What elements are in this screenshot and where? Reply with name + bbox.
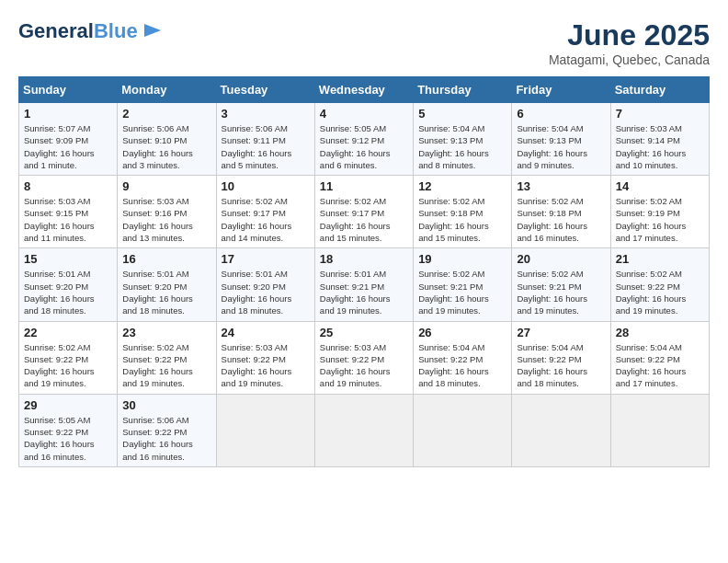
day-number: 10 xyxy=(222,179,310,193)
weekday-header-sunday: Sunday xyxy=(19,77,118,103)
weekday-header-saturday: Saturday xyxy=(610,77,709,103)
calendar-cell: 7Sunrise: 5:03 AMSunset: 9:14 PMDaylight… xyxy=(610,103,709,176)
day-number: 11 xyxy=(320,179,408,193)
day-number: 19 xyxy=(418,252,506,266)
day-number: 18 xyxy=(320,252,408,266)
calendar-cell: 14Sunrise: 5:02 AMSunset: 9:19 PMDayligh… xyxy=(610,176,709,248)
day-number: 17 xyxy=(222,252,310,266)
weekday-header-thursday: Thursday xyxy=(414,77,512,103)
day-info: Sunrise: 5:04 AMSunset: 9:22 PMDaylight:… xyxy=(616,341,704,390)
page-header: GeneralBlue June 2025 Matagami, Quebec, … xyxy=(18,18,710,67)
calendar-cell: 17Sunrise: 5:01 AMSunset: 9:20 PMDayligh… xyxy=(216,248,314,321)
calendar-cell xyxy=(610,394,709,466)
day-info: Sunrise: 5:06 AMSunset: 9:10 PMDaylight:… xyxy=(122,122,210,171)
calendar-cell: 20Sunrise: 5:02 AMSunset: 9:21 PMDayligh… xyxy=(512,248,610,321)
day-info: Sunrise: 5:02 AMSunset: 9:22 PMDaylight:… xyxy=(616,268,704,316)
day-number: 15 xyxy=(24,252,112,266)
day-info: Sunrise: 5:02 AMSunset: 9:18 PMDaylight:… xyxy=(418,195,506,244)
day-info: Sunrise: 5:05 AMSunset: 9:22 PMDaylight:… xyxy=(24,414,112,463)
day-number: 13 xyxy=(517,179,605,193)
day-number: 12 xyxy=(418,179,506,193)
day-number: 22 xyxy=(24,326,112,339)
day-number: 5 xyxy=(418,107,506,121)
day-number: 21 xyxy=(616,252,704,266)
title-block: June 2025 Matagami, Quebec, Canada xyxy=(549,18,710,67)
day-number: 30 xyxy=(122,398,210,412)
day-info: Sunrise: 5:06 AMSunset: 9:22 PMDaylight:… xyxy=(122,414,210,463)
day-info: Sunrise: 5:03 AMSunset: 9:15 PMDaylight:… xyxy=(24,195,112,244)
day-info: Sunrise: 5:02 AMSunset: 9:17 PMDaylight:… xyxy=(320,195,408,244)
calendar-table: SundayMondayTuesdayWednesdayThursdayFrid… xyxy=(18,76,710,467)
day-info: Sunrise: 5:02 AMSunset: 9:21 PMDaylight:… xyxy=(517,268,605,316)
calendar-cell: 25Sunrise: 5:03 AMSunset: 9:22 PMDayligh… xyxy=(314,321,413,394)
day-number: 27 xyxy=(517,326,605,339)
day-info: Sunrise: 5:04 AMSunset: 9:13 PMDaylight:… xyxy=(418,122,506,171)
day-info: Sunrise: 5:04 AMSunset: 9:22 PMDaylight:… xyxy=(517,341,605,390)
day-info: Sunrise: 5:03 AMSunset: 9:22 PMDaylight:… xyxy=(222,341,310,390)
calendar-cell: 5Sunrise: 5:04 AMSunset: 9:13 PMDaylight… xyxy=(414,103,512,176)
day-number: 26 xyxy=(418,326,506,339)
calendar-cell: 19Sunrise: 5:02 AMSunset: 9:21 PMDayligh… xyxy=(414,248,512,321)
calendar-cell: 24Sunrise: 5:03 AMSunset: 9:22 PMDayligh… xyxy=(216,321,314,394)
calendar-cell: 30Sunrise: 5:06 AMSunset: 9:22 PMDayligh… xyxy=(118,394,216,466)
calendar-week-row: 29Sunrise: 5:05 AMSunset: 9:22 PMDayligh… xyxy=(19,394,710,466)
day-number: 24 xyxy=(222,326,310,339)
logo-icon xyxy=(142,20,163,40)
weekday-header-wednesday: Wednesday xyxy=(314,77,413,103)
day-number: 1 xyxy=(24,107,112,121)
calendar-cell xyxy=(414,394,512,466)
day-info: Sunrise: 5:06 AMSunset: 9:11 PMDaylight:… xyxy=(222,122,310,171)
calendar-cell: 22Sunrise: 5:02 AMSunset: 9:22 PMDayligh… xyxy=(19,321,118,394)
day-number: 9 xyxy=(122,179,210,193)
day-number: 20 xyxy=(517,252,605,266)
day-number: 8 xyxy=(24,179,112,193)
day-info: Sunrise: 5:02 AMSunset: 9:21 PMDaylight:… xyxy=(418,268,506,316)
day-number: 7 xyxy=(616,107,704,121)
day-number: 16 xyxy=(122,252,210,266)
day-number: 6 xyxy=(517,107,605,121)
day-info: Sunrise: 5:02 AMSunset: 9:17 PMDaylight:… xyxy=(222,195,310,244)
day-info: Sunrise: 5:02 AMSunset: 9:22 PMDaylight:… xyxy=(122,341,210,390)
calendar-cell xyxy=(314,394,413,466)
calendar-cell: 13Sunrise: 5:02 AMSunset: 9:18 PMDayligh… xyxy=(512,176,610,248)
calendar-week-row: 15Sunrise: 5:01 AMSunset: 9:20 PMDayligh… xyxy=(19,248,710,321)
calendar-cell: 27Sunrise: 5:04 AMSunset: 9:22 PMDayligh… xyxy=(512,321,610,394)
day-info: Sunrise: 5:04 AMSunset: 9:22 PMDaylight:… xyxy=(418,341,506,390)
day-number: 28 xyxy=(616,326,704,339)
day-info: Sunrise: 5:02 AMSunset: 9:18 PMDaylight:… xyxy=(517,195,605,244)
calendar-cell: 29Sunrise: 5:05 AMSunset: 9:22 PMDayligh… xyxy=(19,394,118,466)
day-info: Sunrise: 5:05 AMSunset: 9:12 PMDaylight:… xyxy=(320,122,408,171)
day-info: Sunrise: 5:03 AMSunset: 9:14 PMDaylight:… xyxy=(616,122,704,171)
calendar-cell: 15Sunrise: 5:01 AMSunset: 9:20 PMDayligh… xyxy=(19,248,118,321)
svg-marker-0 xyxy=(144,24,161,37)
calendar-cell: 11Sunrise: 5:02 AMSunset: 9:17 PMDayligh… xyxy=(314,176,413,248)
calendar-cell xyxy=(512,394,610,466)
calendar-cell: 16Sunrise: 5:01 AMSunset: 9:20 PMDayligh… xyxy=(118,248,216,321)
calendar-cell: 26Sunrise: 5:04 AMSunset: 9:22 PMDayligh… xyxy=(414,321,512,394)
day-info: Sunrise: 5:01 AMSunset: 9:20 PMDaylight:… xyxy=(122,268,210,316)
calendar-cell: 18Sunrise: 5:01 AMSunset: 9:21 PMDayligh… xyxy=(314,248,413,321)
calendar-cell: 9Sunrise: 5:03 AMSunset: 9:16 PMDaylight… xyxy=(118,176,216,248)
day-info: Sunrise: 5:02 AMSunset: 9:19 PMDaylight:… xyxy=(616,195,704,244)
day-number: 25 xyxy=(320,326,408,339)
calendar-week-row: 1Sunrise: 5:07 AMSunset: 9:09 PMDaylight… xyxy=(19,103,710,176)
calendar-header-row: SundayMondayTuesdayWednesdayThursdayFrid… xyxy=(19,77,710,103)
calendar-week-row: 8Sunrise: 5:03 AMSunset: 9:15 PMDaylight… xyxy=(19,176,710,248)
day-number: 2 xyxy=(122,107,210,121)
weekday-header-friday: Friday xyxy=(512,77,610,103)
day-info: Sunrise: 5:01 AMSunset: 9:20 PMDaylight:… xyxy=(222,268,310,316)
logo: GeneralBlue xyxy=(18,18,163,44)
month-title: June 2025 xyxy=(549,18,710,52)
day-number: 23 xyxy=(122,326,210,339)
day-number: 14 xyxy=(616,179,704,193)
calendar-cell: 4Sunrise: 5:05 AMSunset: 9:12 PMDaylight… xyxy=(314,103,413,176)
calendar-cell: 12Sunrise: 5:02 AMSunset: 9:18 PMDayligh… xyxy=(414,176,512,248)
day-info: Sunrise: 5:02 AMSunset: 9:22 PMDaylight:… xyxy=(24,341,112,390)
location: Matagami, Quebec, Canada xyxy=(549,52,710,67)
calendar-cell: 2Sunrise: 5:06 AMSunset: 9:10 PMDaylight… xyxy=(118,103,216,176)
day-info: Sunrise: 5:03 AMSunset: 9:22 PMDaylight:… xyxy=(320,341,408,390)
day-info: Sunrise: 5:07 AMSunset: 9:09 PMDaylight:… xyxy=(24,122,112,171)
calendar-cell: 3Sunrise: 5:06 AMSunset: 9:11 PMDaylight… xyxy=(216,103,314,176)
calendar-cell: 6Sunrise: 5:04 AMSunset: 9:13 PMDaylight… xyxy=(512,103,610,176)
logo-text: GeneralBlue xyxy=(18,20,138,42)
